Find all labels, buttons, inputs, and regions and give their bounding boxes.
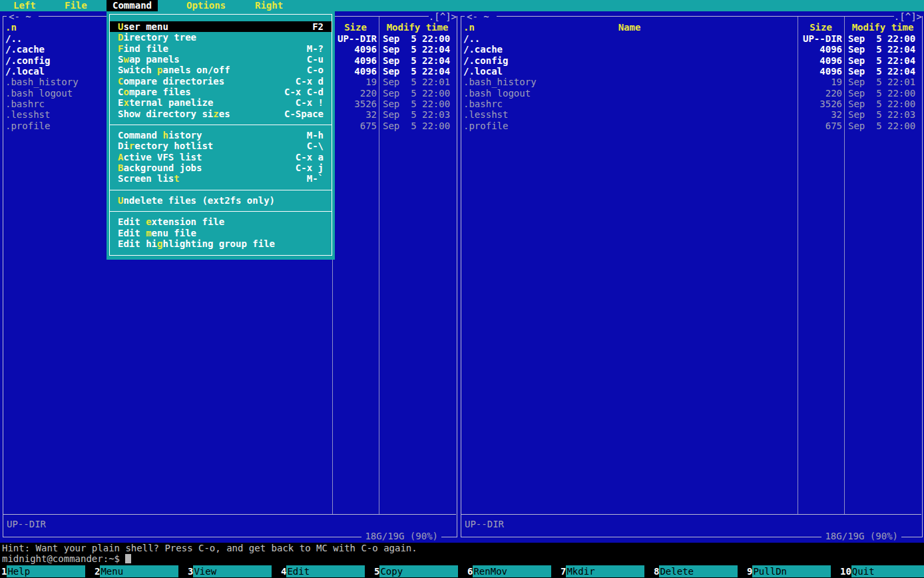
column-header-size[interactable]: Size <box>332 22 379 33</box>
column-header-mtime[interactable]: Modify time <box>379 22 456 33</box>
workspace: <- ~ .[^]> .nName Size Modify time /..UP… <box>0 11 924 543</box>
fkey-edit[interactable]: 4Edit <box>280 565 365 577</box>
function-key-bar: 1Help 2Menu 3View 4Edit 5Copy 6RenMov 7M… <box>0 565 924 578</box>
menu-separator <box>110 184 332 195</box>
shortcut: C-x j <box>296 162 324 173</box>
shortcut: C-u <box>307 54 324 65</box>
menubar-item-options[interactable]: Options <box>180 0 232 11</box>
column-header-size[interactable]: Size <box>798 22 844 33</box>
menubar-item-command[interactable]: Command <box>107 0 158 11</box>
menubar-item-left[interactable]: Left <box>7 0 42 11</box>
panel-path[interactable]: <- ~ <box>7 11 39 22</box>
fkey-view[interactable]: 3View <box>186 565 272 577</box>
panel-corner-buttons[interactable]: .[^]> <box>429 11 457 22</box>
command-dropdown-border: User menuF2 Directory tree Find fileM-? … <box>109 14 332 256</box>
shortcut: C-Space <box>284 109 324 119</box>
command-line[interactable]: midnight@commander:~$ <box>0 553 924 565</box>
file-row[interactable]: .bashrc3526Sep 5 22:00 <box>461 99 921 109</box>
shortcut: C-x a <box>296 152 324 162</box>
shortcut: C-x C-d <box>284 87 324 97</box>
file-row[interactable]: .lesshst32Sep 5 22:03 <box>461 109 921 120</box>
fkey-quit[interactable]: 10Quit <box>839 565 924 577</box>
file-row[interactable]: /.config4096Sep 5 22:04 <box>461 55 921 66</box>
shortcut: F2 <box>312 21 324 32</box>
hint-line: Hint: Want your plain shell? Press C-o, … <box>0 543 924 553</box>
fkey-renmov[interactable]: 6RenMov <box>466 565 551 577</box>
panel-header: .nName Size Modify time <box>461 22 921 33</box>
menu-item-directory-hotlist[interactable]: Directory hotlistC-\ <box>110 141 332 151</box>
column-header-name[interactable]: .nName <box>461 22 798 33</box>
menu-item-screen-list[interactable]: Screen listM-` <box>110 173 332 184</box>
fkey-mkdir[interactable]: 7Mkdir <box>559 565 644 577</box>
shortcut: M-` <box>307 173 324 184</box>
panel-corner-buttons[interactable]: .[^]> <box>894 11 922 22</box>
menu-item-switch-panels-on-off[interactable]: Switch panels on/offC-o <box>110 65 332 75</box>
menu-item-background-jobs[interactable]: Background jobsC-x j <box>110 162 332 173</box>
file-row[interactable]: .profile675Sep 5 22:00 <box>461 121 921 131</box>
fkey-pulldn[interactable]: 9PullDn <box>746 565 831 577</box>
fkey-menu[interactable]: 2Menu <box>93 565 178 577</box>
panel-right: <- ~ .[^]> .nName Size Modify time /..UP… <box>458 11 924 543</box>
menu-item-edit-extension-file[interactable]: Edit extension file <box>110 216 332 227</box>
mini-status: UP--DIR <box>7 519 46 529</box>
menu-item-edit-highlighting-group-file[interactable]: Edit highlighting group file <box>110 238 332 249</box>
menu-item-directory-tree[interactable]: Directory tree <box>110 32 332 43</box>
mini-status: UP--DIR <box>465 519 504 529</box>
text-cursor <box>125 554 131 563</box>
mini-status-separator <box>3 514 456 515</box>
file-row[interactable]: /.local4096Sep 5 22:04 <box>461 66 921 77</box>
free-space-indicator: 18G/19G (90%) <box>821 531 901 541</box>
menu-item-edit-menu-file[interactable]: Edit menu file <box>110 228 332 238</box>
free-space-indicator: 18G/19G (90%) <box>361 531 441 541</box>
file-row[interactable]: .bash_history19Sep 5 22:01 <box>461 77 921 87</box>
menu-item-swap-panels[interactable]: Swap panelsC-u <box>110 54 332 65</box>
menu-item-compare-directories[interactable]: Compare directoriesC-x d <box>110 76 332 87</box>
panel-path[interactable]: <- ~ <box>465 11 497 22</box>
fkey-help[interactable]: 1Help <box>0 565 85 577</box>
menu-separator <box>110 119 332 130</box>
shortcut: C-x ! <box>296 97 324 108</box>
mini-status-separator <box>461 514 921 515</box>
fkey-copy[interactable]: 5Copy <box>373 565 458 577</box>
shell-prompt: midnight@commander:~$ <box>2 553 120 564</box>
file-row[interactable]: .bash_logout220Sep 5 22:00 <box>461 88 921 99</box>
menubar: Left File Command Options Right <box>0 0 924 11</box>
sort-indicator: .n <box>463 22 475 33</box>
menu-item-user-menu[interactable]: User menuF2 <box>110 21 332 32</box>
menu-item-active-vfs-list[interactable]: Active VFS listC-x a <box>110 152 332 162</box>
file-row[interactable]: /.cache4096Sep 5 22:04 <box>461 44 921 55</box>
menu-item-show-directory-sizes[interactable]: Show directory sizesC-Space <box>110 109 332 119</box>
shortcut: M-h <box>307 130 324 141</box>
menu-item-command-history[interactable]: Command historyM-h <box>110 130 332 141</box>
menu-item-find-file[interactable]: Find fileM-? <box>110 43 332 54</box>
shortcut: C-\ <box>307 141 324 151</box>
shortcut: M-? <box>307 43 324 54</box>
file-row[interactable]: /..UP--DIRSep 5 22:00 <box>461 33 921 44</box>
menu-item-undelete-files[interactable]: Undelete files (ext2fs only) <box>110 195 332 206</box>
menu-item-external-panelize[interactable]: External panelizeC-x ! <box>110 97 332 108</box>
column-header-mtime[interactable]: Modify time <box>844 22 921 33</box>
command-dropdown-menu: User menuF2 Directory tree Find fileM-? … <box>107 11 335 260</box>
shortcut: C-o <box>307 65 324 75</box>
menubar-item-file[interactable]: File <box>59 0 93 11</box>
shortcut: C-x d <box>296 76 324 87</box>
fkey-delete[interactable]: 8Delete <box>652 565 738 577</box>
menubar-item-right[interactable]: Right <box>249 0 289 11</box>
sort-indicator: .n <box>5 22 17 33</box>
mc-screen: Left File Command Options Right <- ~ .[^… <box>0 0 924 578</box>
menu-separator <box>110 206 332 216</box>
file-list: /..UP--DIRSep 5 22:00 /.cache4096Sep 5 2… <box>461 33 921 131</box>
menu-item-compare-files[interactable]: Compare filesC-x C-d <box>110 87 332 97</box>
